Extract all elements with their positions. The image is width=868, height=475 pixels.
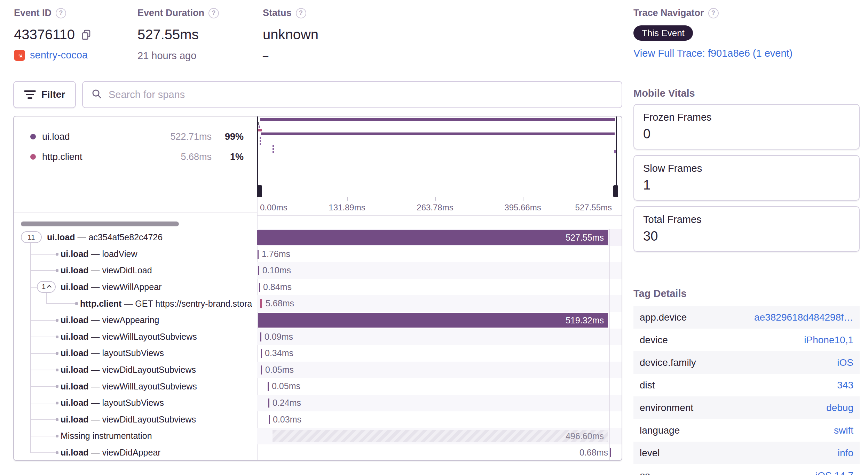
- search-input[interactable]: [109, 89, 613, 100]
- span-description: ui.load — viewDidAppear: [61, 448, 161, 458]
- tag-key: level: [640, 448, 660, 459]
- copy-icon[interactable]: [80, 29, 92, 41]
- trace-minimap[interactable]: [257, 116, 622, 197]
- span-start-tick: [258, 266, 259, 275]
- span-description: ui.load — viewDidLayoutSubviews: [61, 414, 196, 425]
- span-tree-row[interactable]: ui.load — viewDidLoad: [14, 262, 257, 279]
- span-duration-label: 0.05ms: [265, 362, 294, 378]
- span-op: http.client: [80, 299, 121, 308]
- tag-key: dist: [640, 380, 655, 391]
- question-icon[interactable]: ?: [208, 8, 219, 18]
- tag-value-link[interactable]: swift: [834, 425, 853, 436]
- span-start-tick: [268, 382, 269, 391]
- span-duration-label: 0.09ms: [265, 329, 293, 345]
- span-separator: —: [89, 448, 102, 457]
- span-description: ui.load — viewDidLayoutSubviews: [61, 365, 196, 375]
- span-tree-row[interactable]: ui.load — viewWillLayoutSubviews: [14, 378, 257, 395]
- span-tree-row[interactable]: ui.load — viewDidLayoutSubviews: [14, 411, 257, 428]
- span-duration-row[interactable]: 0.68ms: [257, 444, 622, 461]
- tag-value-link[interactable]: info: [838, 448, 853, 459]
- legend-op-name: ui.load: [42, 131, 70, 142]
- tag-value-link[interactable]: 343: [837, 380, 853, 391]
- span-name: viewWillLayoutSubviews: [102, 381, 197, 391]
- event-id-value: 43376110: [14, 27, 75, 42]
- legend-op-name: http.client: [42, 152, 82, 162]
- axis-label: 395.66ms: [504, 203, 541, 212]
- span-duration-label: 1.76ms: [262, 246, 290, 263]
- vital-value: 1: [643, 178, 850, 193]
- tree-connector-line: [30, 353, 56, 354]
- span-duration-row[interactable]: 519.32ms: [257, 312, 622, 329]
- tag-key: device: [640, 335, 668, 346]
- span-group-pill[interactable]: 11: [21, 231, 42, 243]
- span-separator: —: [89, 265, 102, 275]
- tag-value-link[interactable]: iOS 14.7: [815, 470, 853, 475]
- span-duration-row[interactable]: 0.24ms: [257, 395, 622, 411]
- span-tree-row[interactable]: ui.load — viewDidAppear: [14, 444, 257, 461]
- question-icon[interactable]: ?: [56, 8, 66, 18]
- span-separator: —: [121, 299, 135, 308]
- span-duration-row[interactable]: 1.76ms: [257, 246, 622, 263]
- span-tree-row[interactable]: ui.load — layoutSubViews: [14, 395, 257, 411]
- span-name: viewAppearing: [102, 315, 159, 325]
- tag-value-link[interactable]: debug: [826, 402, 853, 413]
- tree-connector-line: [30, 403, 56, 403]
- span-bar[interactable]: 519.32ms: [258, 313, 608, 328]
- question-icon[interactable]: ?: [296, 8, 306, 18]
- vital-card-total-frames: Total Frames 30: [633, 206, 860, 252]
- status-subvalue: –: [263, 50, 318, 62]
- view-full-trace-link[interactable]: View Full Trace: f901a8e6 (1 event): [633, 48, 792, 59]
- span-duration-row[interactable]: 0.09ms: [257, 329, 622, 345]
- span-duration-row[interactable]: 0.84ms: [257, 279, 622, 296]
- span-duration-row[interactable]: 0.34ms: [257, 345, 622, 362]
- missing-instrumentation-bar[interactable]: 496.60ms: [273, 430, 608, 442]
- span-duration-row[interactable]: 5.68ms: [257, 295, 622, 312]
- span-duration-row[interactable]: 0.05ms: [257, 362, 622, 378]
- span-tree-row[interactable]: ui.load — viewWillLayoutSubviews: [14, 329, 257, 345]
- span-duration-label: 0.05ms: [272, 378, 300, 395]
- span-duration-row[interactable]: 0.10ms: [257, 262, 622, 279]
- span-duration-row[interactable]: 0.05ms: [257, 378, 622, 395]
- span-duration-row[interactable]: 496.60ms: [257, 428, 622, 444]
- filter-button[interactable]: Filter: [13, 81, 76, 108]
- span-tree-row[interactable]: Missing instrumentation: [14, 428, 257, 444]
- span-duration-row[interactable]: 527.55ms: [257, 229, 622, 246]
- span-separator: —: [89, 398, 102, 408]
- tree-scrollbar-track[interactable]: [14, 212, 257, 229]
- span-tree-row[interactable]: ui.load — viewAppearing: [14, 312, 257, 329]
- tag-value-link[interactable]: ae3829618d484298f…: [754, 312, 853, 323]
- span-start-tick: [258, 250, 259, 259]
- span-tree-row[interactable]: ui.load — loadView: [14, 246, 257, 263]
- span-search-box: [82, 81, 622, 108]
- legend-op-percent: 99%: [212, 131, 244, 142]
- minimap-span-mark: [260, 143, 261, 145]
- event-id-label-text: Event ID: [14, 8, 52, 18]
- span-op: ui.load: [47, 232, 75, 242]
- span-tree-row[interactable]: 1ui.load — viewWillAppear: [14, 279, 257, 296]
- minimap-left-handle[interactable]: [257, 185, 262, 197]
- ui-load-dot-icon: [30, 134, 36, 139]
- span-name: viewDidLayoutSubviews: [102, 414, 196, 424]
- tag-value-link[interactable]: iPhone10,1: [804, 335, 853, 346]
- minimap-right-handle[interactable]: [613, 185, 618, 197]
- span-tree-row[interactable]: ui.load — layoutSubViews: [14, 345, 257, 362]
- span-description: ui.load — layoutSubViews: [61, 348, 164, 358]
- span-duration-row[interactable]: 0.03ms: [257, 411, 622, 428]
- legend-item-ui-load[interactable]: ui.load 522.71ms 99%: [14, 130, 244, 144]
- span-waterfall-panel: ui.load 522.71ms 99% http.client 5.68ms …: [13, 116, 622, 461]
- trace-end-guide-line: [609, 229, 610, 461]
- project-link[interactable]: sentry-cocoa: [30, 49, 88, 61]
- vital-label: Total Frames: [643, 214, 850, 225]
- span-bar[interactable]: 527.55ms: [257, 230, 608, 245]
- span-name: viewDidLoad: [102, 265, 152, 275]
- question-icon[interactable]: ?: [708, 8, 719, 18]
- tag-value-link[interactable]: iOS: [837, 357, 853, 368]
- tree-scrollbar-thumb[interactable]: [21, 222, 179, 226]
- legend-item-http-client[interactable]: http.client 5.68ms 1%: [14, 150, 244, 164]
- span-group-pill[interactable]: 1: [37, 281, 56, 293]
- span-tree-row[interactable]: 11ui.load — ac354af5e82c4726: [14, 229, 257, 246]
- minimap-span-bar: [261, 132, 615, 135]
- span-tree-row[interactable]: http.client — GET https://sentry-brand.s…: [14, 295, 257, 312]
- span-tree-row[interactable]: ui.load — viewDidLayoutSubviews: [14, 362, 257, 378]
- status-label-text: Status: [263, 8, 292, 18]
